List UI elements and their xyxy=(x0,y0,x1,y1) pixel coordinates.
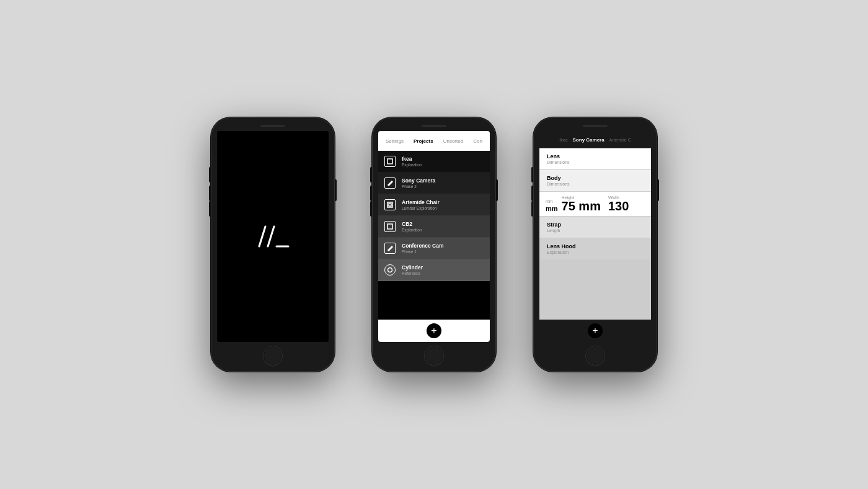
svg-line-0 xyxy=(259,227,265,246)
tab-unsorted[interactable]: Unsorted xyxy=(441,137,466,145)
phone-1 xyxy=(211,117,335,372)
height-value: 75 mm xyxy=(562,200,601,212)
plus-icon-detail: + xyxy=(592,326,598,336)
phone-1-screen xyxy=(217,131,329,342)
section-lens-hood-title: Lens Hood xyxy=(547,243,644,249)
splash-screen xyxy=(217,131,329,342)
section-lens-hood[interactable]: Lens Hood Exploration xyxy=(539,238,651,259)
project-icon-sony xyxy=(384,177,396,189)
nav-ikea[interactable]: Ikea xyxy=(559,138,567,142)
project-info-conference: Conference Cam Phase 1 xyxy=(402,243,444,254)
project-row-cylinder[interactable]: Cylinder Reference xyxy=(378,259,490,281)
section-strap-sub: Length xyxy=(547,228,644,233)
tab-projects[interactable]: Projects xyxy=(411,137,436,145)
project-sub-sony: Phase 2 xyxy=(402,184,435,189)
project-icon-cylinder xyxy=(384,264,396,276)
phone-3-screen: Ikea Sony Camera Artemide C Lens Dimensi… xyxy=(539,131,651,342)
section-body-sub: Dimensions xyxy=(547,182,644,186)
phone-2-speaker xyxy=(422,125,446,127)
phone-2-screen: Settings Projects Unsorted Con Ikea Expl… xyxy=(378,131,490,342)
project-info-sony: Sony Camera Phase 2 xyxy=(402,177,435,189)
project-icon-artemide xyxy=(384,199,396,210)
unit-large: mm xyxy=(546,205,558,212)
plus-icon: + xyxy=(431,326,436,336)
project-row-conference[interactable]: Conference Cam Phase 1 xyxy=(378,238,490,259)
project-sub-cylinder: Reference xyxy=(402,271,423,276)
project-info-ikea: Ikea Exploration xyxy=(402,156,422,167)
section-lens-title: Lens xyxy=(547,153,644,159)
project-info-artemide: Artemide Chair Lumbar Exploration xyxy=(402,199,440,210)
dimension-row: mm mm Height 75 mm Width 130 xyxy=(539,192,651,216)
height-col: Height 75 mm xyxy=(562,195,601,212)
svg-rect-5 xyxy=(389,204,391,206)
frame-icon xyxy=(387,202,393,208)
project-name-conference: Conference Cam xyxy=(402,243,444,249)
unit-col: mm mm xyxy=(546,199,558,212)
projects-screen: Settings Projects Unsorted Con Ikea Expl… xyxy=(378,131,490,342)
project-info-cylinder: Cylinder Reference xyxy=(402,264,423,276)
unit-small: mm xyxy=(546,199,558,204)
add-detail-button[interactable]: + xyxy=(588,323,603,338)
section-body[interactable]: Body Dimensions xyxy=(539,170,651,191)
project-sub-artemide: Lumbar Exploration xyxy=(402,206,440,210)
svg-point-7 xyxy=(388,268,392,272)
phone-2: Settings Projects Unsorted Con Ikea Expl… xyxy=(372,117,496,372)
project-name-sony: Sony Camera xyxy=(402,177,435,184)
svg-rect-4 xyxy=(388,202,392,207)
tab-bar: Settings Projects Unsorted Con xyxy=(378,131,490,151)
logo-svg xyxy=(254,223,291,250)
project-icon-conference xyxy=(384,243,396,254)
svg-line-1 xyxy=(268,227,274,246)
tab-settings[interactable]: Settings xyxy=(383,137,406,145)
section-strap[interactable]: Strap Length xyxy=(539,217,651,238)
nav-sony[interactable]: Sony Camera xyxy=(573,137,604,143)
square-icon-2 xyxy=(387,223,393,230)
app-logo xyxy=(254,223,291,250)
square-icon xyxy=(387,158,393,164)
section-lens-hood-sub: Exploration xyxy=(547,250,644,254)
phone-1-speaker xyxy=(260,125,285,127)
project-name-cb2: CB2 xyxy=(402,221,422,227)
project-name-artemide: Artemide Chair xyxy=(402,199,440,205)
project-info-cb2: CB2 Exploration xyxy=(402,221,422,232)
project-sub-cb2: Exploration xyxy=(402,228,422,232)
section-strap-title: Strap xyxy=(547,222,644,228)
detail-content: Lens Dimensions Body Dimensions mm mm He… xyxy=(539,148,651,320)
width-value: 130 xyxy=(608,200,629,212)
phone-2-home-button[interactable] xyxy=(424,346,444,366)
circle-icon xyxy=(387,267,393,273)
section-lens[interactable]: Lens Dimensions xyxy=(539,148,651,169)
project-list: Ikea Exploration Sony Camera Phase 2 xyxy=(378,151,490,320)
detail-add-bar: + xyxy=(539,320,651,342)
pen-icon-2 xyxy=(387,245,393,251)
nav-artemide[interactable]: Artemide C xyxy=(609,138,631,142)
project-name-ikea: Ikea xyxy=(402,156,422,162)
project-row-artemide[interactable]: Artemide Chair Lumbar Exploration xyxy=(378,194,490,216)
project-row-cb2[interactable]: CB2 Exploration xyxy=(378,216,490,238)
phone-3: Ikea Sony Camera Artemide C Lens Dimensi… xyxy=(533,117,657,372)
svg-rect-6 xyxy=(388,224,392,229)
detail-screen: Ikea Sony Camera Artemide C Lens Dimensi… xyxy=(539,131,651,342)
project-sub-conference: Phase 1 xyxy=(402,249,444,254)
phone-3-home-button[interactable] xyxy=(585,346,605,366)
phone-1-home-button[interactable] xyxy=(263,346,283,366)
pen-icon xyxy=(387,180,393,186)
width-col: Width 130 xyxy=(608,195,629,212)
project-sub-ikea: Exploration xyxy=(402,163,422,167)
project-name-cylinder: Cylinder xyxy=(402,264,423,271)
project-icon-ikea xyxy=(384,156,396,167)
svg-rect-3 xyxy=(388,159,392,164)
project-icon-cb2 xyxy=(384,221,396,232)
tab-con[interactable]: Con xyxy=(471,137,485,145)
section-lens-sub: Dimensions xyxy=(547,160,644,164)
section-body-title: Body xyxy=(547,175,644,181)
add-project-button[interactable]: + xyxy=(427,323,441,338)
add-project-bar: + xyxy=(378,320,490,342)
project-row-ikea[interactable]: Ikea Exploration xyxy=(378,151,490,173)
project-row-sony[interactable]: Sony Camera Phase 2 xyxy=(378,173,490,194)
detail-nav: Ikea Sony Camera Artemide C xyxy=(539,131,651,148)
phone-3-speaker xyxy=(583,125,608,127)
